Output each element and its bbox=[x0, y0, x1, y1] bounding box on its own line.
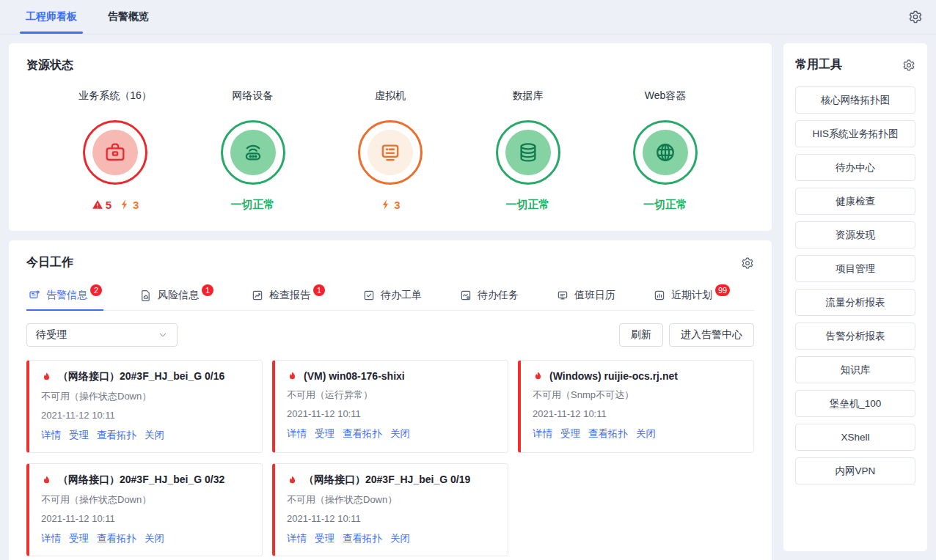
close-link[interactable]: 关闭 bbox=[390, 532, 410, 545]
tool-button[interactable]: 流量分析报表 bbox=[795, 289, 915, 316]
tool-button[interactable]: 待办中心 bbox=[795, 154, 915, 181]
work-tabs: 告警信息2风险信息1检查报告1待办工单待办任务值班日历近期计划99 bbox=[26, 282, 754, 311]
tab-count-badge: 1 bbox=[202, 284, 213, 296]
nav-tab-1[interactable]: 告警概览 bbox=[108, 0, 149, 34]
close-link[interactable]: 关闭 bbox=[636, 427, 656, 441]
resource-ring-fill bbox=[505, 130, 551, 175]
common-tools-panel: 常用工具 核心网络拓扑图HIS系统业务拓扑图待办中心健康检查资源发现项目管理流量… bbox=[783, 43, 927, 551]
close-link[interactable]: 关闭 bbox=[145, 429, 164, 442]
resource-status: 一切正常 bbox=[506, 197, 550, 212]
resource-item[interactable]: 网络设备一切正常 bbox=[198, 89, 308, 212]
work-tab-5[interactable]: 值班日历 bbox=[555, 282, 617, 310]
work-tab-3[interactable]: 待办工单 bbox=[361, 282, 423, 310]
tool-button[interactable]: 项目管理 bbox=[795, 255, 915, 282]
tool-button[interactable]: 堡垒机_100 bbox=[795, 390, 915, 417]
nav-tab-0[interactable]: 工程师看板 bbox=[26, 0, 77, 34]
accept-link[interactable]: 受理 bbox=[69, 429, 89, 442]
resource-item[interactable]: 虚拟机3 bbox=[335, 89, 445, 212]
work-tab-6[interactable]: 近期计划99 bbox=[651, 282, 731, 310]
close-link[interactable]: 关闭 bbox=[145, 532, 164, 545]
alert-card-timestamp: 2021-11-12 10:11 bbox=[287, 513, 496, 524]
tools-settings-gear-icon[interactable] bbox=[902, 59, 915, 72]
tool-button[interactable]: 告警分析报表 bbox=[795, 323, 915, 350]
accept-link[interactable]: 受理 bbox=[315, 427, 334, 441]
alert-card-actions: 详情受理查看拓扑关闭 bbox=[533, 427, 742, 441]
alert-card-actions: 详情受理查看拓扑关闭 bbox=[41, 532, 250, 545]
view-topology-link[interactable]: 查看拓扑 bbox=[343, 427, 382, 441]
alert-count: 5 bbox=[92, 199, 111, 211]
resource-ring bbox=[633, 120, 698, 185]
flame-icon bbox=[533, 371, 544, 382]
resource-item[interactable]: 业务系统（16）53 bbox=[60, 89, 170, 212]
alarm-message-icon bbox=[28, 289, 41, 302]
flame-icon bbox=[41, 372, 52, 383]
risk-file-icon bbox=[139, 289, 153, 302]
resource-ring-fill bbox=[92, 130, 138, 175]
work-tab-1[interactable]: 风险信息1 bbox=[138, 282, 215, 310]
today-panel-header: 今日工作 bbox=[26, 255, 754, 270]
alert-card-title: (VM) win08-176-shixi bbox=[304, 370, 405, 382]
tool-button[interactable]: 健康检查 bbox=[795, 188, 915, 215]
alert-card-title: （网络接口）20#3F_HJ_bei_G 0/16 bbox=[58, 370, 224, 383]
alert-card-timestamp: 2021-11-12 10:11 bbox=[287, 408, 496, 419]
alert-card-description: 不可用（运行异常） bbox=[287, 388, 496, 402]
view-topology-link[interactable]: 查看拓扑 bbox=[588, 427, 628, 441]
tool-button[interactable]: 核心网络拓扑图 bbox=[795, 86, 915, 114]
alert-card: (Windows) ruijie-ocs.rj.net不可用（Snmp不可达）2… bbox=[518, 360, 754, 453]
alarm-status-filter-select[interactable]: 待受理 bbox=[26, 323, 178, 347]
lightning-bolt-icon bbox=[119, 199, 131, 210]
tools-panel-header: 常用工具 bbox=[795, 57, 915, 73]
work-tab-2[interactable]: 检查报告1 bbox=[249, 282, 326, 310]
flame-icon bbox=[287, 371, 298, 382]
resource-ring bbox=[496, 120, 560, 185]
resource-ring bbox=[221, 120, 285, 185]
work-tab-4[interactable]: 待办任务 bbox=[458, 282, 520, 310]
accept-link[interactable]: 受理 bbox=[560, 427, 580, 441]
main-column: 资源状态 业务系统（16）53网络设备一切正常虚拟机3数据库一切正常Web容器一… bbox=[9, 43, 772, 551]
today-work-panel: 今日工作 告警信息2风险信息1检查报告1待办工单待办任务值班日历近期计划99 待… bbox=[9, 240, 772, 560]
resource-item[interactable]: 数据库一切正常 bbox=[473, 89, 583, 212]
virtual-machine-icon bbox=[378, 140, 403, 165]
tab-count-badge: 1 bbox=[313, 284, 325, 296]
tool-button[interactable]: 内网VPN bbox=[795, 457, 915, 485]
top-tabs: 工程师看板告警概览 bbox=[26, 0, 149, 34]
view-topology-link[interactable]: 查看拓扑 bbox=[97, 429, 136, 442]
tool-button[interactable]: XShell bbox=[795, 424, 915, 451]
work-tab-label: 值班日历 bbox=[574, 289, 615, 302]
accept-link[interactable]: 受理 bbox=[315, 532, 334, 545]
tool-button[interactable]: 资源发现 bbox=[795, 221, 915, 248]
alert-card: （网络接口）20#3F_HJ_bei_G 0/32不可用（操作状态Down）20… bbox=[26, 463, 263, 556]
resource-item[interactable]: Web容器一切正常 bbox=[610, 89, 720, 212]
tool-button[interactable]: HIS系统业务拓扑图 bbox=[795, 120, 915, 147]
close-link[interactable]: 关闭 bbox=[390, 427, 410, 441]
alert-card-description: 不可用（操作状态Down） bbox=[287, 493, 496, 506]
resource-panel-title: 资源状态 bbox=[26, 58, 754, 73]
detail-link[interactable]: 详情 bbox=[533, 427, 552, 441]
resource-ring-fill bbox=[643, 130, 688, 175]
work-toolbar: 待受理 刷新 进入告警中心 bbox=[26, 323, 754, 347]
top-nav-bar: 工程师看板告警概览 bbox=[0, 0, 936, 34]
alert-card-title: （网络接口）20#3F_HJ_bei_G 0/32 bbox=[58, 474, 224, 487]
alert-card: （网络接口）20#3F_HJ_bei_G 0/16不可用（操作状态Down）20… bbox=[26, 360, 263, 453]
alert-card-actions: 详情受理查看拓扑关闭 bbox=[287, 427, 496, 441]
resource-label: 数据库 bbox=[513, 89, 544, 103]
tool-button-list: 核心网络拓扑图HIS系统业务拓扑图待办中心健康检查资源发现项目管理流量分析报表告… bbox=[795, 86, 915, 485]
detail-link[interactable]: 详情 bbox=[41, 532, 61, 545]
global-settings-gear-icon[interactable] bbox=[908, 10, 923, 24]
detail-link[interactable]: 详情 bbox=[287, 532, 307, 545]
filter-selected-value: 待受理 bbox=[36, 328, 67, 342]
today-settings-gear-icon[interactable] bbox=[741, 257, 754, 270]
view-topology-link[interactable]: 查看拓扑 bbox=[97, 532, 136, 545]
alert-card-actions: 详情受理查看拓扑关闭 bbox=[287, 532, 496, 545]
alert-card-title-row: (VM) win08-176-shixi bbox=[287, 370, 496, 382]
accept-link[interactable]: 受理 bbox=[69, 532, 89, 545]
refresh-button[interactable]: 刷新 bbox=[619, 323, 663, 347]
view-topology-link[interactable]: 查看拓扑 bbox=[343, 532, 382, 545]
detail-link[interactable]: 详情 bbox=[41, 429, 61, 442]
resource-status: 一切正常 bbox=[231, 197, 275, 212]
work-tab-0[interactable]: 告警信息2 bbox=[26, 282, 103, 310]
enter-alarm-center-button[interactable]: 进入告警中心 bbox=[669, 323, 754, 347]
detail-link[interactable]: 详情 bbox=[287, 427, 307, 441]
work-tab-label: 待办工单 bbox=[381, 289, 422, 302]
tool-button[interactable]: 知识库 bbox=[795, 356, 915, 383]
